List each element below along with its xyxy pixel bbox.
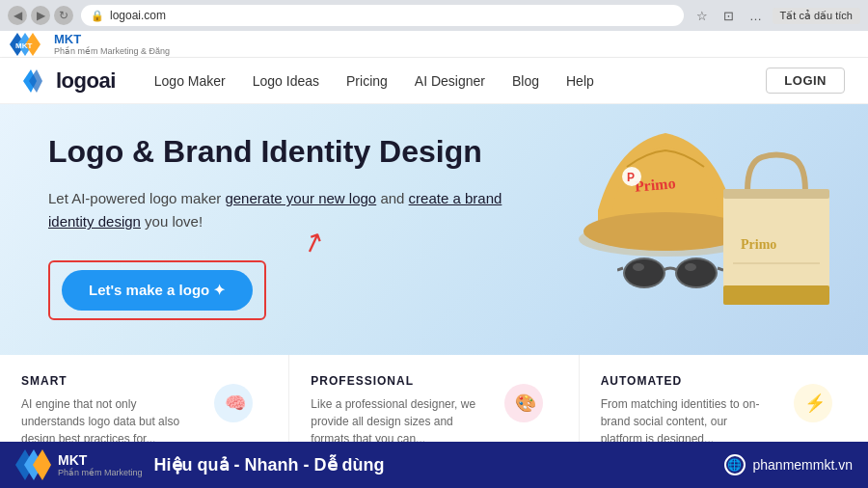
nav-link-logo-maker[interactable]: Logo Maker bbox=[154, 73, 226, 89]
svg-line-20 bbox=[617, 268, 623, 270]
nav-links: Logo Maker Logo Ideas Pricing AI Designe… bbox=[154, 72, 767, 90]
mkt-tagline: Phần mềm Marketing & Đăng bbox=[54, 46, 170, 56]
svg-text:P: P bbox=[627, 171, 635, 184]
address-bar[interactable]: 🔒 logoai.com bbox=[81, 5, 684, 26]
browser-actions: ☆ ⊡ … Tất cả dấu tích bbox=[692, 5, 860, 26]
forward-button[interactable]: ▶ bbox=[31, 6, 50, 25]
back-button[interactable]: ◀ bbox=[8, 6, 27, 25]
nav-item-pricing[interactable]: Pricing bbox=[346, 72, 388, 90]
mkt-logo-icon: MKT bbox=[10, 33, 48, 56]
nav-link-ai-designer[interactable]: AI Designer bbox=[415, 73, 485, 89]
mkt-brand-text: MKT bbox=[54, 32, 170, 46]
menu-button[interactable]: … bbox=[746, 5, 767, 26]
hero-link-generate: generate your new logo bbox=[225, 190, 376, 206]
svg-text:🧠: 🧠 bbox=[225, 393, 247, 414]
hero-content: Logo & Brand Identity Design Let AI-powe… bbox=[48, 133, 511, 320]
automated-icon-area: ⚡ bbox=[779, 374, 847, 432]
smart-icon-area: 🧠 bbox=[200, 374, 267, 432]
site-nav: logoai Logo Maker Logo Ideas Pricing AI … bbox=[0, 58, 868, 104]
mkt-bottom-bar: MKT Phần mềm Marketing Hiệu quả - Nhanh … bbox=[0, 442, 868, 488]
mkt-bottom-brand: MKT bbox=[58, 452, 143, 468]
url-text: logoai.com bbox=[110, 9, 166, 22]
extensions-button[interactable]: ⊡ bbox=[719, 5, 740, 26]
hero-subtitle: Let AI-powered logo maker generate your … bbox=[48, 187, 511, 233]
svg-point-17 bbox=[625, 259, 664, 286]
svg-text:🎨: 🎨 bbox=[515, 393, 537, 414]
logoai-icon bbox=[23, 68, 50, 95]
cta-button[interactable]: Let's make a logo ✦ bbox=[62, 270, 253, 311]
browser-chrome: ◀ ▶ ↻ 🔒 logoai.com ☆ ⊡ … Tất cả dấu tích bbox=[0, 0, 868, 31]
hero-section: Logo & Brand Identity Design Let AI-powe… bbox=[0, 104, 868, 355]
automated-icon: ⚡ bbox=[779, 374, 847, 432]
mkt-top-logo: MKT MKT Phần mềm Marketing & Đăng bbox=[10, 32, 170, 56]
mkt-top-bar: MKT MKT Phần mềm Marketing & Đăng bbox=[0, 31, 868, 58]
svg-text:⚡: ⚡ bbox=[804, 393, 827, 414]
nav-item-logo-ideas[interactable]: Logo Ideas bbox=[253, 72, 319, 90]
professional-icon-area: 🎨 bbox=[490, 374, 557, 432]
svg-line-21 bbox=[718, 268, 723, 270]
svg-text:Primo: Primo bbox=[741, 237, 776, 252]
svg-point-19 bbox=[677, 259, 716, 286]
mkt-bottom-left: MKT Phần mềm Marketing Hiệu quả - Nhanh … bbox=[15, 447, 385, 482]
svg-text:MKT: MKT bbox=[15, 41, 32, 50]
site-wrapper: Logo & Brand Identity Design Let AI-powe… bbox=[0, 104, 868, 488]
tất-cả-dấu-tích-button[interactable]: Tất cả dấu tích bbox=[773, 8, 860, 24]
mkt-bottom-logo-icon bbox=[15, 447, 52, 482]
nav-link-blog[interactable]: Blog bbox=[512, 73, 539, 89]
nav-link-help[interactable]: Help bbox=[566, 73, 594, 89]
glasses-illustration bbox=[617, 249, 723, 297]
cta-box: Let's make a logo ✦ bbox=[48, 260, 266, 320]
mkt-website: phanmemmkt.vn bbox=[753, 457, 853, 473]
svg-point-22 bbox=[633, 263, 644, 271]
nav-item-logo-maker[interactable]: Logo Maker bbox=[154, 72, 226, 90]
mkt-bottom-right: 🌐 phanmemmkt.vn bbox=[724, 454, 853, 475]
svg-point-23 bbox=[685, 263, 696, 271]
globe-icon: 🌐 bbox=[724, 454, 746, 475]
site-logo[interactable]: logoai bbox=[23, 68, 116, 95]
bag-illustration: Primo bbox=[714, 143, 839, 316]
nav-link-logo-ideas[interactable]: Logo Ideas bbox=[253, 73, 319, 89]
nav-item-help[interactable]: Help bbox=[566, 72, 594, 90]
cta-wrapper: Let's make a logo ✦ ↗ bbox=[48, 260, 266, 320]
nav-item-blog[interactable]: Blog bbox=[512, 72, 539, 90]
browser-controls: ◀ ▶ ↻ bbox=[8, 6, 73, 25]
mkt-bottom-logo: MKT Phần mềm Marketing bbox=[15, 447, 143, 482]
hero-title: Logo & Brand Identity Design bbox=[48, 133, 511, 170]
svg-rect-13 bbox=[723, 285, 829, 305]
login-button[interactable]: LOGIN bbox=[766, 68, 845, 94]
smart-icon: 🧠 bbox=[200, 374, 267, 432]
professional-icon: 🎨 bbox=[490, 374, 557, 432]
hero-images: Primo P Primo bbox=[492, 104, 839, 355]
nav-item-ai-designer[interactable]: AI Designer bbox=[415, 72, 485, 90]
svg-rect-12 bbox=[723, 189, 829, 199]
lock-icon: 🔒 bbox=[91, 10, 104, 22]
logo-brand-text: logoai bbox=[56, 68, 116, 94]
mkt-bottom-slogan: Hiệu quả - Nhanh - Dễ dùng bbox=[154, 454, 385, 475]
nav-link-pricing[interactable]: Pricing bbox=[346, 73, 388, 89]
refresh-button[interactable]: ↻ bbox=[54, 6, 73, 25]
star-button[interactable]: ☆ bbox=[692, 5, 713, 26]
